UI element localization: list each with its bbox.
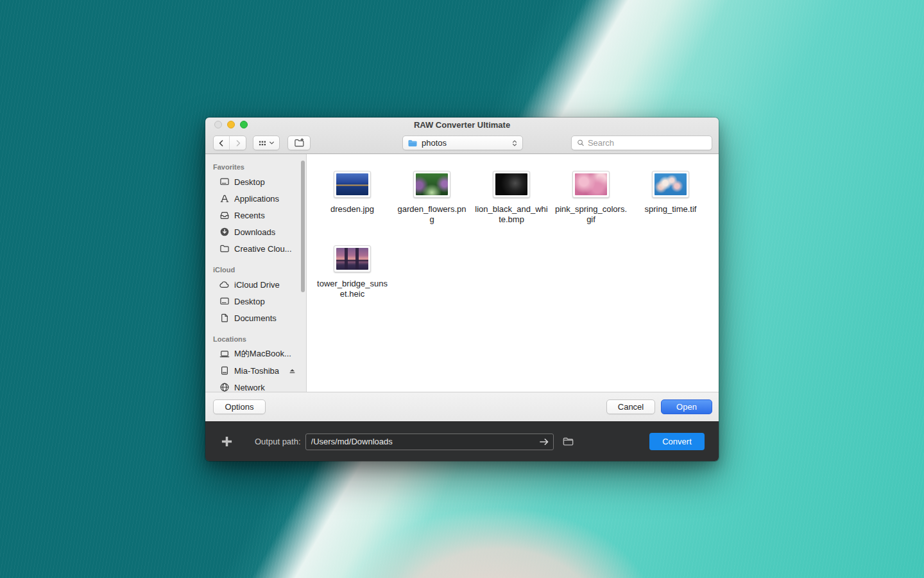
folder-outline-icon	[562, 435, 574, 448]
new-folder-button[interactable]	[287, 136, 311, 150]
file-name: spring_time.tif	[634, 204, 707, 215]
file-name: lion_black_and_white.bmp	[475, 204, 548, 225]
open-button[interactable]: Open	[661, 399, 712, 414]
file-thumbnail	[413, 171, 450, 198]
convert-button[interactable]: Convert	[649, 433, 705, 450]
eject-button[interactable]	[288, 367, 296, 375]
output-path-wrap	[305, 434, 554, 450]
sidebar-item-network[interactable]: Network	[205, 379, 306, 392]
sidebar-section-header: Locations	[205, 333, 306, 346]
sidebar-section: Locations M的MacBook... Mia-Toshiba Netwo…	[205, 326, 306, 392]
convert-bar: Output path: Convert	[205, 421, 719, 461]
plus-icon	[220, 435, 234, 448]
file-thumbnail	[493, 171, 530, 198]
search-input[interactable]	[588, 138, 706, 148]
new-folder-icon	[294, 137, 305, 148]
laptop-icon	[219, 349, 230, 359]
go-arrow-button[interactable]	[538, 436, 550, 448]
network-globe-icon	[219, 382, 230, 392]
file-thumbnail	[334, 245, 371, 272]
sidebar-section: Favorites Desktop Applications Recents D…	[205, 154, 306, 257]
location-label: photos	[422, 138, 507, 148]
stepper-icon	[511, 139, 518, 148]
sidebar-scrollbar-thumb[interactable]	[301, 161, 305, 292]
icloud-icon	[219, 279, 230, 290]
sidebar-item-icloud-drive[interactable]: iCloud Drive	[205, 276, 306, 293]
output-path-label: Output path:	[255, 437, 301, 446]
sidebar-item-applications[interactable]: Applications	[205, 190, 306, 207]
file-name: dresden.jpg	[316, 204, 389, 215]
window-title: RAW Converter Ultimate	[205, 118, 719, 132]
chevron-right-icon	[237, 140, 239, 145]
eject-icon	[288, 367, 296, 375]
blue-folder-icon	[407, 138, 418, 148]
folder-icon	[219, 243, 230, 254]
add-files-button[interactable]	[219, 435, 234, 449]
browse-output-folder-button[interactable]	[562, 435, 574, 448]
window-header: RAW Converter Ultimate	[205, 118, 719, 154]
sidebar: Favorites Desktop Applications Recents D…	[205, 154, 307, 392]
recents-icon	[219, 210, 230, 220]
dialog-content: Favorites Desktop Applications Recents D…	[205, 154, 719, 392]
sidebar-item-desktop[interactable]: Desktop	[205, 173, 306, 190]
file-name: garden_flowers.png	[395, 204, 468, 225]
chevron-left-icon	[220, 140, 223, 145]
file-item[interactable]: garden_flowers.png	[392, 171, 472, 245]
grid-view-icon	[258, 139, 267, 148]
file-grid: dresden.jpg garden_flowers.png lion_blac…	[307, 154, 719, 392]
search-field[interactable]	[571, 136, 712, 150]
downloads-icon	[219, 227, 230, 237]
cancel-button[interactable]: Cancel	[606, 399, 655, 414]
sidebar-item-desktop[interactable]: Desktop	[205, 293, 306, 310]
desktop-icon	[219, 296, 230, 306]
desktop-icon	[219, 177, 230, 187]
file-item[interactable]: lion_black_and_white.bmp	[472, 171, 551, 245]
dialog-action-row: Options Cancel Open	[205, 392, 719, 421]
file-name: pink_spring_colors.gif	[554, 204, 628, 225]
sidebar-section: iCloud iCloud Drive Desktop Documents	[205, 257, 306, 326]
document-icon	[219, 313, 230, 323]
view-mode-button[interactable]	[253, 136, 280, 150]
file-item[interactable]: dresden.jpg	[312, 171, 392, 245]
sidebar-item-downloads[interactable]: Downloads	[205, 223, 306, 240]
file-item[interactable]: spring_time.tif	[631, 171, 710, 245]
output-path-input[interactable]	[305, 434, 554, 450]
sidebar-item-recents[interactable]: Recents	[205, 207, 306, 223]
titlebar: RAW Converter Ultimate	[205, 118, 719, 132]
file-thumbnail	[334, 171, 371, 198]
forward-button[interactable]	[230, 136, 246, 150]
file-name: tower_bridge_sunset.heic	[316, 279, 389, 299]
external-drive-icon	[219, 365, 230, 376]
arrow-right-icon	[538, 436, 550, 448]
chevron-down-icon	[269, 140, 275, 146]
back-button[interactable]	[214, 136, 230, 150]
file-item[interactable]: tower_bridge_sunset.heic	[312, 245, 392, 320]
search-icon	[577, 139, 585, 147]
sidebar-section-header: iCloud	[205, 263, 306, 276]
location-dropdown[interactable]: photos	[402, 136, 523, 150]
nav-buttons	[213, 136, 246, 150]
sidebar-item-mia-toshiba[interactable]: Mia-Toshiba	[205, 362, 306, 379]
file-thumbnail	[572, 171, 610, 198]
applications-icon	[219, 193, 230, 204]
sidebar-item-documents[interactable]: Documents	[205, 310, 306, 326]
options-button[interactable]: Options	[213, 399, 266, 414]
toolbar: photos	[205, 132, 719, 154]
file-thumbnail	[652, 171, 689, 198]
file-open-dialog: RAW Converter Ultimate	[205, 118, 719, 461]
sidebar-section-header: Favorites	[205, 161, 306, 173]
sidebar-item-creative-clou[interactable]: Creative Clou...	[205, 240, 306, 257]
desktop-wallpaper: { "window": { "title": "RAW Converter Ul…	[0, 0, 924, 578]
sidebar-item-m-macbook[interactable]: M的MacBook...	[205, 346, 306, 362]
file-item[interactable]: pink_spring_colors.gif	[551, 171, 631, 245]
